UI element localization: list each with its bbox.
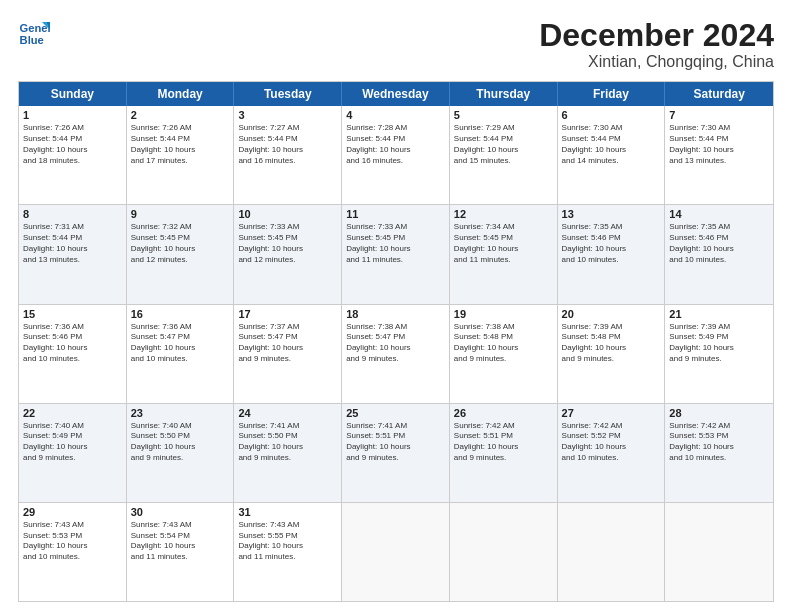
cell-info: Sunrise: 7:30 AM Sunset: 5:44 PM Dayligh… [562, 123, 661, 166]
day-number: 24 [238, 407, 337, 419]
cell-info: Sunrise: 7:42 AM Sunset: 5:51 PM Dayligh… [454, 421, 553, 464]
day-cell-14: 14Sunrise: 7:35 AM Sunset: 5:46 PM Dayli… [665, 205, 773, 303]
day-number: 22 [23, 407, 122, 419]
day-cell-2: 2Sunrise: 7:26 AM Sunset: 5:44 PM Daylig… [127, 106, 235, 204]
empty-cell [450, 503, 558, 601]
cell-info: Sunrise: 7:35 AM Sunset: 5:46 PM Dayligh… [669, 222, 769, 265]
day-number: 7 [669, 109, 769, 121]
day-number: 12 [454, 208, 553, 220]
day-header-saturday: Saturday [665, 82, 773, 106]
calendar-row-4: 22Sunrise: 7:40 AM Sunset: 5:49 PM Dayli… [19, 403, 773, 502]
day-cell-28: 28Sunrise: 7:42 AM Sunset: 5:53 PM Dayli… [665, 404, 773, 502]
day-cell-23: 23Sunrise: 7:40 AM Sunset: 5:50 PM Dayli… [127, 404, 235, 502]
day-number: 28 [669, 407, 769, 419]
day-cell-10: 10Sunrise: 7:33 AM Sunset: 5:45 PM Dayli… [234, 205, 342, 303]
calendar-row-5: 29Sunrise: 7:43 AM Sunset: 5:53 PM Dayli… [19, 502, 773, 601]
day-cell-29: 29Sunrise: 7:43 AM Sunset: 5:53 PM Dayli… [19, 503, 127, 601]
cell-info: Sunrise: 7:41 AM Sunset: 5:50 PM Dayligh… [238, 421, 337, 464]
empty-cell [665, 503, 773, 601]
cell-info: Sunrise: 7:33 AM Sunset: 5:45 PM Dayligh… [238, 222, 337, 265]
cell-info: Sunrise: 7:42 AM Sunset: 5:53 PM Dayligh… [669, 421, 769, 464]
day-cell-26: 26Sunrise: 7:42 AM Sunset: 5:51 PM Dayli… [450, 404, 558, 502]
day-number: 8 [23, 208, 122, 220]
day-header-sunday: Sunday [19, 82, 127, 106]
logo: General Blue [18, 18, 50, 50]
cell-info: Sunrise: 7:39 AM Sunset: 5:48 PM Dayligh… [562, 322, 661, 365]
cell-info: Sunrise: 7:30 AM Sunset: 5:44 PM Dayligh… [669, 123, 769, 166]
cell-info: Sunrise: 7:26 AM Sunset: 5:44 PM Dayligh… [131, 123, 230, 166]
day-number: 16 [131, 308, 230, 320]
cell-info: Sunrise: 7:36 AM Sunset: 5:46 PM Dayligh… [23, 322, 122, 365]
cell-info: Sunrise: 7:38 AM Sunset: 5:48 PM Dayligh… [454, 322, 553, 365]
day-number: 20 [562, 308, 661, 320]
month-title: December 2024 [539, 18, 774, 53]
svg-text:Blue: Blue [20, 34, 44, 46]
day-number: 10 [238, 208, 337, 220]
empty-cell [558, 503, 666, 601]
day-header-monday: Monday [127, 82, 235, 106]
day-cell-7: 7Sunrise: 7:30 AM Sunset: 5:44 PM Daylig… [665, 106, 773, 204]
day-number: 14 [669, 208, 769, 220]
day-number: 15 [23, 308, 122, 320]
cell-info: Sunrise: 7:37 AM Sunset: 5:47 PM Dayligh… [238, 322, 337, 365]
cell-info: Sunrise: 7:43 AM Sunset: 5:53 PM Dayligh… [23, 520, 122, 563]
day-cell-13: 13Sunrise: 7:35 AM Sunset: 5:46 PM Dayli… [558, 205, 666, 303]
day-number: 23 [131, 407, 230, 419]
day-header-wednesday: Wednesday [342, 82, 450, 106]
day-number: 26 [454, 407, 553, 419]
day-number: 31 [238, 506, 337, 518]
day-cell-20: 20Sunrise: 7:39 AM Sunset: 5:48 PM Dayli… [558, 305, 666, 403]
day-cell-27: 27Sunrise: 7:42 AM Sunset: 5:52 PM Dayli… [558, 404, 666, 502]
day-cell-18: 18Sunrise: 7:38 AM Sunset: 5:47 PM Dayli… [342, 305, 450, 403]
calendar-row-2: 8Sunrise: 7:31 AM Sunset: 5:44 PM Daylig… [19, 204, 773, 303]
empty-cell [342, 503, 450, 601]
cell-info: Sunrise: 7:34 AM Sunset: 5:45 PM Dayligh… [454, 222, 553, 265]
day-cell-8: 8Sunrise: 7:31 AM Sunset: 5:44 PM Daylig… [19, 205, 127, 303]
cell-info: Sunrise: 7:43 AM Sunset: 5:54 PM Dayligh… [131, 520, 230, 563]
day-cell-5: 5Sunrise: 7:29 AM Sunset: 5:44 PM Daylig… [450, 106, 558, 204]
day-number: 3 [238, 109, 337, 121]
cell-info: Sunrise: 7:39 AM Sunset: 5:49 PM Dayligh… [669, 322, 769, 365]
cell-info: Sunrise: 7:43 AM Sunset: 5:55 PM Dayligh… [238, 520, 337, 563]
day-cell-16: 16Sunrise: 7:36 AM Sunset: 5:47 PM Dayli… [127, 305, 235, 403]
cell-info: Sunrise: 7:29 AM Sunset: 5:44 PM Dayligh… [454, 123, 553, 166]
day-header-friday: Friday [558, 82, 666, 106]
cell-info: Sunrise: 7:31 AM Sunset: 5:44 PM Dayligh… [23, 222, 122, 265]
day-cell-22: 22Sunrise: 7:40 AM Sunset: 5:49 PM Dayli… [19, 404, 127, 502]
calendar-header: SundayMondayTuesdayWednesdayThursdayFrid… [19, 82, 773, 106]
day-number: 29 [23, 506, 122, 518]
day-cell-19: 19Sunrise: 7:38 AM Sunset: 5:48 PM Dayli… [450, 305, 558, 403]
day-cell-30: 30Sunrise: 7:43 AM Sunset: 5:54 PM Dayli… [127, 503, 235, 601]
day-cell-9: 9Sunrise: 7:32 AM Sunset: 5:45 PM Daylig… [127, 205, 235, 303]
day-number: 18 [346, 308, 445, 320]
title-block: December 2024 Xintian, Chongqing, China [539, 18, 774, 71]
cell-info: Sunrise: 7:33 AM Sunset: 5:45 PM Dayligh… [346, 222, 445, 265]
day-cell-15: 15Sunrise: 7:36 AM Sunset: 5:46 PM Dayli… [19, 305, 127, 403]
cell-info: Sunrise: 7:40 AM Sunset: 5:50 PM Dayligh… [131, 421, 230, 464]
day-cell-3: 3Sunrise: 7:27 AM Sunset: 5:44 PM Daylig… [234, 106, 342, 204]
day-number: 13 [562, 208, 661, 220]
cell-info: Sunrise: 7:35 AM Sunset: 5:46 PM Dayligh… [562, 222, 661, 265]
day-number: 21 [669, 308, 769, 320]
cell-info: Sunrise: 7:27 AM Sunset: 5:44 PM Dayligh… [238, 123, 337, 166]
day-number: 17 [238, 308, 337, 320]
day-cell-4: 4Sunrise: 7:28 AM Sunset: 5:44 PM Daylig… [342, 106, 450, 204]
cell-info: Sunrise: 7:28 AM Sunset: 5:44 PM Dayligh… [346, 123, 445, 166]
day-number: 27 [562, 407, 661, 419]
day-cell-25: 25Sunrise: 7:41 AM Sunset: 5:51 PM Dayli… [342, 404, 450, 502]
page: General Blue December 2024 Xintian, Chon… [0, 0, 792, 612]
day-number: 2 [131, 109, 230, 121]
calendar: SundayMondayTuesdayWednesdayThursdayFrid… [18, 81, 774, 602]
cell-info: Sunrise: 7:26 AM Sunset: 5:44 PM Dayligh… [23, 123, 122, 166]
day-cell-21: 21Sunrise: 7:39 AM Sunset: 5:49 PM Dayli… [665, 305, 773, 403]
location-title: Xintian, Chongqing, China [539, 53, 774, 71]
day-number: 4 [346, 109, 445, 121]
day-cell-31: 31Sunrise: 7:43 AM Sunset: 5:55 PM Dayli… [234, 503, 342, 601]
day-number: 25 [346, 407, 445, 419]
day-cell-11: 11Sunrise: 7:33 AM Sunset: 5:45 PM Dayli… [342, 205, 450, 303]
day-number: 9 [131, 208, 230, 220]
day-cell-17: 17Sunrise: 7:37 AM Sunset: 5:47 PM Dayli… [234, 305, 342, 403]
day-cell-24: 24Sunrise: 7:41 AM Sunset: 5:50 PM Dayli… [234, 404, 342, 502]
calendar-row-1: 1Sunrise: 7:26 AM Sunset: 5:44 PM Daylig… [19, 106, 773, 204]
cell-info: Sunrise: 7:42 AM Sunset: 5:52 PM Dayligh… [562, 421, 661, 464]
